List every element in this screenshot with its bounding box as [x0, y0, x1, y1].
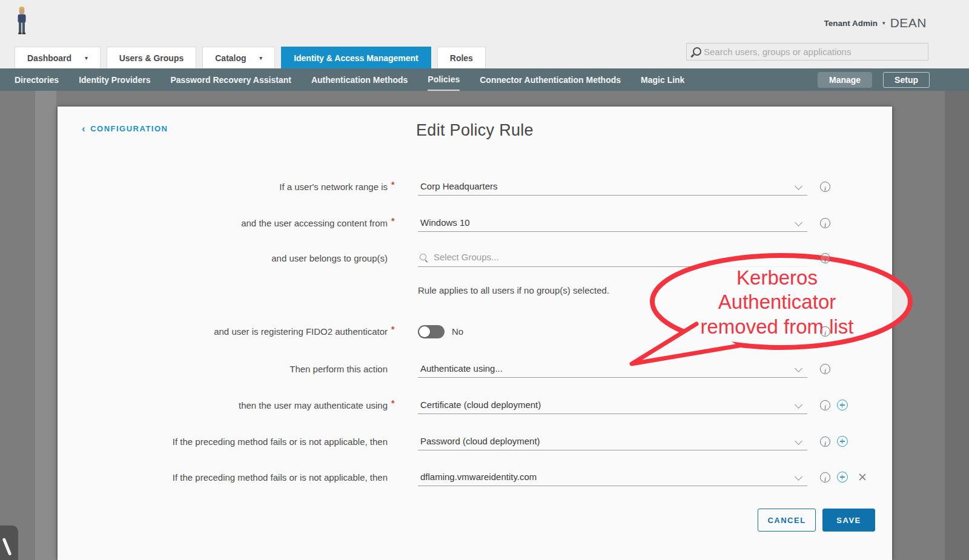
required-asterisk: *: [391, 324, 394, 334]
field-label: and user belongs to group(s): [58, 253, 388, 263]
tab-roles[interactable]: Roles: [437, 47, 486, 68]
groups-search-input[interactable]: [434, 252, 785, 262]
auth-method-select[interactable]: Certificate (cloud deployment): [418, 398, 807, 414]
form-row-action: Then perform this action Authenticate us…: [58, 362, 892, 380]
chevron-down-icon: ▾: [85, 55, 88, 61]
nav-item-connector-authentication-methods[interactable]: Connector Authentication Methods: [480, 70, 621, 90]
required-asterisk: *: [391, 216, 394, 226]
nav-item-policies[interactable]: Policies: [428, 69, 460, 91]
network-range-select[interactable]: Corp Headquarters: [418, 180, 807, 196]
chevron-down-icon: ▾: [260, 55, 263, 61]
save-button[interactable]: SAVE: [822, 509, 875, 532]
global-search[interactable]: [686, 43, 928, 61]
pencil-stroke-icon: [2, 538, 12, 556]
nav-item-directories[interactable]: Directories: [15, 70, 59, 90]
add-method-icon[interactable]: [837, 400, 848, 410]
fallback-method-select[interactable]: Password (cloud deployment): [418, 435, 807, 450]
nav-item-identity-providers[interactable]: Identity Providers: [79, 70, 150, 90]
toggle-knob: [419, 326, 430, 337]
form-row-fallback-1: If the preceding method fails or is not …: [58, 435, 892, 453]
toggle-state-label: No: [452, 326, 463, 337]
edit-policy-rule-dialog: ‹ CONFIGURATION Edit Policy Rule If a us…: [58, 107, 892, 560]
dialog-actions: CANCEL SAVE: [758, 509, 875, 532]
account-username: DEAN: [890, 16, 927, 30]
chevron-down-icon: [795, 219, 802, 226]
field-label: then the user may authenticate using: [58, 400, 388, 410]
chevron-down-icon: [795, 182, 802, 190]
info-icon[interactable]: [820, 472, 830, 483]
tab-users-groups[interactable]: Users & Groups: [107, 47, 197, 68]
groups-helper-text: Rule applies to all users if no group(s)…: [418, 285, 609, 295]
info-icon[interactable]: [820, 182, 830, 192]
action-select[interactable]: Authenticate using...: [418, 362, 807, 378]
search-icon: [692, 47, 703, 58]
chevron-down-icon: [795, 437, 802, 445]
background-page-edge: [945, 91, 969, 560]
chevron-down-icon: [795, 401, 802, 409]
background-page-band: [35, 91, 56, 560]
info-icon[interactable]: [820, 253, 830, 263]
add-method-icon[interactable]: [837, 436, 848, 447]
info-icon[interactable]: [820, 218, 830, 228]
info-icon[interactable]: [820, 436, 830, 447]
field-label: If a user's network range is: [58, 182, 388, 192]
tab-dashboard[interactable]: Dashboard ▾: [15, 47, 101, 68]
field-label: Then perform this action: [58, 364, 388, 374]
nav-actions: Manage Setup: [818, 72, 930, 88]
field-label: If the preceding method fails or is not …: [58, 436, 388, 447]
groups-search-field[interactable]: [418, 251, 807, 267]
primary-tabs: Dashboard ▾ Users & Groups Catalog ▾ Ide…: [15, 47, 486, 68]
form-row-groups: and user belongs to group(s): [58, 251, 892, 269]
account-role-label: Tenant Admin: [824, 19, 878, 28]
field-label: and the user accessing content from: [58, 218, 388, 228]
fido2-toggle[interactable]: [418, 325, 445, 338]
form-row-device-type: and the user accessing content from * Wi…: [58, 216, 892, 234]
info-icon[interactable]: [820, 364, 830, 374]
nav-item-authentication-methods[interactable]: Authentication Methods: [311, 70, 408, 90]
account-menu[interactable]: Tenant Admin ▾ DEAN: [824, 16, 927, 30]
fallback-method-select[interactable]: dflaming.vmwareidentity.com: [418, 470, 807, 486]
account-caret-icon: ▾: [882, 20, 885, 26]
field-label: If the preceding method fails or is not …: [58, 472, 388, 483]
manage-button[interactable]: Manage: [818, 72, 872, 88]
form-row-network-range: If a user's network range is * Corp Head…: [58, 180, 892, 198]
nav-item-magic-link[interactable]: Magic Link: [641, 70, 684, 90]
required-asterisk: *: [391, 180, 394, 189]
form-row-fido2: and user is registering FIDO2 authentica…: [58, 324, 892, 343]
chevron-down-icon: [795, 473, 802, 481]
search-icon: [419, 253, 429, 263]
form-row-auth-method-1: then the user may authenticate using * C…: [58, 398, 892, 417]
add-method-icon[interactable]: [837, 472, 848, 483]
tab-catalog[interactable]: Catalog ▾: [202, 47, 275, 68]
device-type-select[interactable]: Windows 10: [418, 216, 807, 232]
tab-identity-access-management[interactable]: Identity & Access Management: [281, 47, 431, 68]
info-icon[interactable]: [820, 400, 830, 410]
info-icon[interactable]: [820, 326, 830, 337]
remove-method-icon[interactable]: [858, 473, 867, 481]
secondary-nav: Directories Identity Providers Password …: [0, 68, 969, 91]
dialog-title: Edit Policy Rule: [58, 121, 892, 140]
setup-button[interactable]: Setup: [883, 72, 930, 88]
search-input[interactable]: [704, 47, 922, 57]
cancel-button[interactable]: CANCEL: [758, 509, 816, 532]
chevron-down-icon: [795, 364, 802, 372]
required-asterisk: *: [391, 398, 394, 408]
background-corner-widget: [0, 525, 18, 560]
tenant-logo-person-icon: [15, 6, 29, 41]
nav-item-password-recovery-assistant[interactable]: Password Recovery Assistant: [170, 70, 291, 90]
field-label: and user is registering FIDO2 authentica…: [58, 326, 388, 337]
form-row-fallback-2: If the preceding method fails or is not …: [58, 470, 892, 489]
